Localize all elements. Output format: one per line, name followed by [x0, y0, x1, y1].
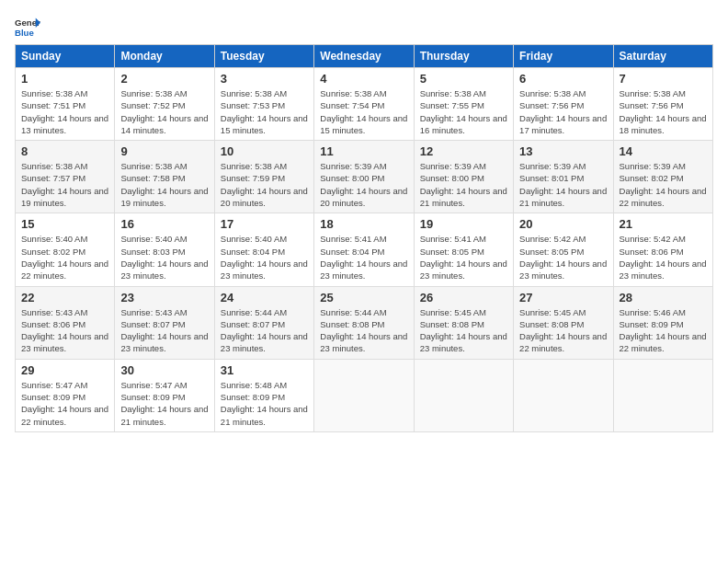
day-header: Thursday: [414, 45, 513, 68]
calendar-cell: 4 Sunrise: 5:38 AMSunset: 7:54 PMDayligh…: [314, 68, 414, 141]
day-number: 25: [320, 291, 407, 304]
calendar-cell: 13 Sunrise: 5:39 AMSunset: 8:01 PMDaylig…: [514, 141, 613, 213]
calendar-cell: [314, 359, 414, 431]
day-detail: Sunrise: 5:41 AMSunset: 8:05 PMDaylight:…: [420, 233, 507, 282]
day-number: 9: [120, 144, 208, 158]
calendar-cell: 30 Sunrise: 5:47 AMSunset: 8:09 PMDaylig…: [115, 359, 214, 431]
page-header: General Blue: [15, 15, 713, 40]
calendar-week-row: 15 Sunrise: 5:40 AMSunset: 8:02 PMDaylig…: [16, 213, 713, 286]
day-number: 10: [221, 144, 308, 158]
calendar-cell: 9 Sunrise: 5:38 AMSunset: 7:58 PMDayligh…: [115, 141, 214, 213]
day-number: 18: [320, 217, 407, 231]
day-header: Wednesday: [314, 45, 414, 68]
day-number: 12: [420, 144, 507, 158]
calendar-cell: [514, 359, 613, 431]
day-number: 5: [420, 72, 507, 86]
calendar-cell: 10 Sunrise: 5:38 AMSunset: 7:59 PMDaylig…: [214, 141, 313, 213]
day-number: 20: [519, 217, 607, 231]
day-header: Tuesday: [214, 45, 313, 68]
calendar-cell: 27 Sunrise: 5:45 AMSunset: 8:08 PMDaylig…: [514, 286, 613, 359]
calendar-cell: 28 Sunrise: 5:46 AMSunset: 8:09 PMDaylig…: [613, 286, 712, 359]
day-header: Monday: [115, 45, 214, 68]
day-detail: Sunrise: 5:38 AMSunset: 7:53 PMDaylight:…: [221, 87, 308, 136]
day-detail: Sunrise: 5:39 AMSunset: 8:00 PMDaylight:…: [320, 160, 407, 209]
day-number: 29: [21, 363, 108, 377]
day-detail: Sunrise: 5:38 AMSunset: 7:59 PMDaylight:…: [221, 160, 308, 209]
day-detail: Sunrise: 5:43 AMSunset: 8:06 PMDaylight:…: [21, 306, 108, 355]
day-number: 7: [620, 72, 707, 86]
day-number: 22: [21, 291, 108, 304]
day-detail: Sunrise: 5:44 AMSunset: 8:07 PMDaylight:…: [221, 306, 308, 355]
calendar-cell: 29 Sunrise: 5:47 AMSunset: 8:09 PMDaylig…: [16, 359, 115, 431]
calendar-cell: 18 Sunrise: 5:41 AMSunset: 8:04 PMDaylig…: [314, 213, 414, 286]
day-detail: Sunrise: 5:39 AMSunset: 8:00 PMDaylight:…: [420, 160, 507, 209]
day-detail: Sunrise: 5:45 AMSunset: 8:08 PMDaylight:…: [519, 306, 607, 355]
day-header: Sunday: [16, 45, 115, 68]
day-number: 16: [120, 217, 208, 231]
day-detail: Sunrise: 5:38 AMSunset: 7:52 PMDaylight:…: [120, 87, 208, 136]
day-detail: Sunrise: 5:46 AMSunset: 8:09 PMDaylight:…: [620, 306, 707, 355]
calendar-cell: 16 Sunrise: 5:40 AMSunset: 8:03 PMDaylig…: [115, 213, 214, 286]
svg-text:Blue: Blue: [15, 28, 34, 38]
day-detail: Sunrise: 5:38 AMSunset: 7:56 PMDaylight:…: [519, 87, 607, 136]
day-detail: Sunrise: 5:39 AMSunset: 8:01 PMDaylight:…: [519, 160, 607, 209]
day-number: 11: [320, 144, 407, 158]
day-number: 31: [221, 363, 308, 377]
day-number: 3: [221, 72, 308, 86]
day-detail: Sunrise: 5:38 AMSunset: 7:54 PMDaylight:…: [320, 87, 407, 136]
day-number: 24: [221, 291, 308, 304]
day-detail: Sunrise: 5:47 AMSunset: 8:09 PMDaylight:…: [21, 379, 108, 428]
day-detail: Sunrise: 5:40 AMSunset: 8:04 PMDaylight:…: [221, 233, 308, 282]
day-detail: Sunrise: 5:45 AMSunset: 8:08 PMDaylight:…: [420, 306, 507, 355]
day-number: 6: [519, 72, 607, 86]
day-number: 23: [120, 291, 208, 304]
day-number: 4: [320, 72, 407, 86]
calendar-cell: 15 Sunrise: 5:40 AMSunset: 8:02 PMDaylig…: [16, 213, 115, 286]
day-detail: Sunrise: 5:44 AMSunset: 8:08 PMDaylight:…: [320, 306, 407, 355]
day-detail: Sunrise: 5:39 AMSunset: 8:02 PMDaylight:…: [620, 160, 707, 209]
day-number: 19: [420, 217, 507, 231]
calendar-cell: 20 Sunrise: 5:42 AMSunset: 8:05 PMDaylig…: [514, 213, 613, 286]
calendar-week-row: 22 Sunrise: 5:43 AMSunset: 8:06 PMDaylig…: [16, 286, 713, 359]
logo: General Blue: [15, 15, 40, 40]
day-detail: Sunrise: 5:43 AMSunset: 8:07 PMDaylight:…: [120, 306, 208, 355]
calendar-week-row: 8 Sunrise: 5:38 AMSunset: 7:57 PMDayligh…: [16, 141, 713, 213]
calendar-cell: 2 Sunrise: 5:38 AMSunset: 7:52 PMDayligh…: [115, 68, 214, 141]
calendar-cell: [613, 359, 712, 431]
calendar-cell: 21 Sunrise: 5:42 AMSunset: 8:06 PMDaylig…: [613, 213, 712, 286]
calendar-cell: 25 Sunrise: 5:44 AMSunset: 8:08 PMDaylig…: [314, 286, 414, 359]
calendar-cell: 1 Sunrise: 5:38 AMSunset: 7:51 PMDayligh…: [16, 68, 115, 141]
day-detail: Sunrise: 5:38 AMSunset: 7:58 PMDaylight:…: [120, 160, 208, 209]
day-detail: Sunrise: 5:42 AMSunset: 8:05 PMDaylight:…: [519, 233, 607, 282]
calendar-cell: 6 Sunrise: 5:38 AMSunset: 7:56 PMDayligh…: [514, 68, 613, 141]
day-detail: Sunrise: 5:42 AMSunset: 8:06 PMDaylight:…: [620, 233, 707, 282]
day-headers-row: SundayMondayTuesdayWednesdayThursdayFrid…: [16, 45, 713, 68]
day-number: 14: [620, 144, 707, 158]
day-detail: Sunrise: 5:41 AMSunset: 8:04 PMDaylight:…: [320, 233, 407, 282]
day-detail: Sunrise: 5:38 AMSunset: 7:55 PMDaylight:…: [420, 87, 507, 136]
day-header: Friday: [514, 45, 613, 68]
calendar-cell: 31 Sunrise: 5:48 AMSunset: 8:09 PMDaylig…: [214, 359, 313, 431]
calendar-cell: 3 Sunrise: 5:38 AMSunset: 7:53 PMDayligh…: [214, 68, 313, 141]
calendar-cell: 26 Sunrise: 5:45 AMSunset: 8:08 PMDaylig…: [414, 286, 513, 359]
calendar-cell: 23 Sunrise: 5:43 AMSunset: 8:07 PMDaylig…: [115, 286, 214, 359]
day-number: 30: [120, 363, 208, 377]
day-detail: Sunrise: 5:38 AMSunset: 7:51 PMDaylight:…: [21, 87, 108, 136]
calendar-table: SundayMondayTuesdayWednesdayThursdayFrid…: [15, 44, 713, 432]
day-number: 27: [519, 291, 607, 304]
calendar-cell: 5 Sunrise: 5:38 AMSunset: 7:55 PMDayligh…: [414, 68, 513, 141]
day-detail: Sunrise: 5:38 AMSunset: 7:56 PMDaylight:…: [620, 87, 707, 136]
day-header: Saturday: [613, 45, 712, 68]
day-number: 21: [620, 217, 707, 231]
day-detail: Sunrise: 5:38 AMSunset: 7:57 PMDaylight:…: [21, 160, 108, 209]
day-detail: Sunrise: 5:48 AMSunset: 8:09 PMDaylight:…: [221, 379, 308, 428]
day-number: 13: [519, 144, 607, 158]
calendar-week-row: 1 Sunrise: 5:38 AMSunset: 7:51 PMDayligh…: [16, 68, 713, 141]
calendar-cell: 14 Sunrise: 5:39 AMSunset: 8:02 PMDaylig…: [613, 141, 712, 213]
calendar-cell: 17 Sunrise: 5:40 AMSunset: 8:04 PMDaylig…: [214, 213, 313, 286]
day-number: 17: [221, 217, 308, 231]
calendar-cell: 7 Sunrise: 5:38 AMSunset: 7:56 PMDayligh…: [613, 68, 712, 141]
day-number: 28: [620, 291, 707, 304]
calendar-cell: 12 Sunrise: 5:39 AMSunset: 8:00 PMDaylig…: [414, 141, 513, 213]
calendar-cell: 19 Sunrise: 5:41 AMSunset: 8:05 PMDaylig…: [414, 213, 513, 286]
